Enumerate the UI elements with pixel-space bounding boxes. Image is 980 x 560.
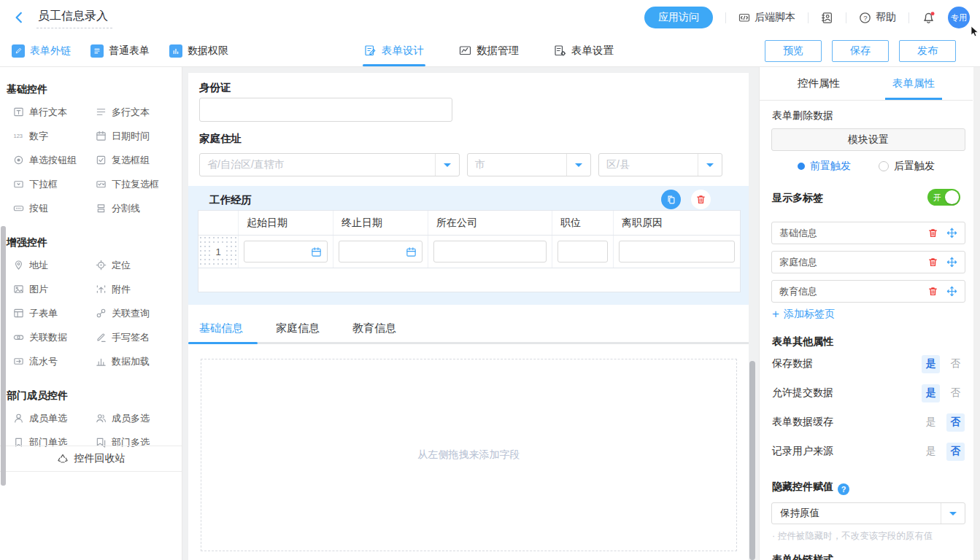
work-experience-subform[interactable]: 工作经历 起始日期 终止日期 — [188, 186, 749, 305]
control-member-single[interactable]: 成员单选 — [13, 406, 96, 430]
backend-script-button[interactable]: 后端脚本 — [738, 11, 795, 24]
control-lookup-query[interactable]: 关联查询 — [96, 301, 178, 325]
yes-button[interactable]: 是 — [922, 443, 940, 461]
back-icon[interactable] — [10, 9, 28, 26]
tab-widget-properties[interactable]: 控件属性 — [790, 67, 847, 100]
app-header: 员工信息录入 应用访问 后端脚本 ? 帮助 — [0, 0, 980, 35]
preview-button[interactable]: 预览 — [765, 40, 822, 62]
delete-widget-button[interactable] — [691, 190, 711, 209]
canvas-scrollbar-thumb[interactable] — [749, 361, 755, 560]
control-image[interactable]: 图片 — [13, 277, 96, 301]
tab-data-management[interactable]: 数据管理 — [458, 35, 520, 66]
control-number[interactable]: 123 数字 — [13, 124, 96, 148]
control-attachment[interactable]: 附件 — [96, 277, 178, 301]
add-tab-button[interactable]: + 添加标签页 — [772, 308, 835, 321]
tab-form-design[interactable]: 表单设计 — [363, 35, 425, 66]
move-icon[interactable] — [946, 286, 957, 298]
window-scrollbar-track[interactable] — [973, 67, 980, 560]
id-card-field-label: 身份证 — [199, 81, 231, 95]
control-radio-group[interactable]: 单选按钮组 — [13, 148, 96, 172]
control-single-line-text[interactable]: 单行文本 — [13, 100, 96, 124]
save-button[interactable]: 保存 — [832, 40, 889, 62]
yes-button[interactable]: 是 — [922, 355, 940, 373]
control-divider[interactable]: 分割线 — [96, 196, 178, 220]
company-input[interactable] — [433, 241, 547, 262]
notifications-bell-icon[interactable] — [922, 11, 935, 25]
control-data-load[interactable]: 数据加载 — [96, 349, 178, 373]
move-icon[interactable] — [946, 257, 957, 268]
start-date-input[interactable] — [244, 241, 328, 262]
no-button[interactable]: 否 — [946, 413, 965, 432]
copy-widget-button[interactable] — [661, 190, 681, 209]
control-subform[interactable]: 子表单 — [13, 301, 96, 325]
multi-tab-toggle[interactable]: 开 — [927, 189, 960, 206]
position-input[interactable] — [557, 241, 608, 262]
normal-form-button[interactable]: 普通表单 — [90, 44, 150, 58]
radio-post-trigger[interactable]: 后置触发 — [879, 160, 935, 173]
end-date-input[interactable] — [339, 241, 423, 262]
control-button[interactable]: 按钮 — [13, 196, 96, 220]
trash-icon[interactable] — [927, 286, 938, 298]
tab-item-education-info[interactable]: 教育信息 — [771, 280, 965, 303]
help-button[interactable]: ? 帮助 — [859, 11, 896, 24]
trash-icon[interactable] — [927, 257, 938, 268]
control-palette-sidebar: 基础控件 单行文本 多行文本 123 数字 日期时间 单选按钮组 — [0, 67, 182, 560]
tab-form-settings[interactable]: 表单设置 — [552, 35, 615, 66]
no-button[interactable]: 否 — [946, 384, 965, 402]
column-header-leave-reason: 离职原因 — [614, 211, 740, 235]
form-settings-icon — [554, 44, 566, 57]
control-multi-line-text[interactable]: 多行文本 — [96, 100, 178, 124]
page-title[interactable]: 员工信息录入 — [36, 7, 112, 28]
avatar[interactable]: 专用 — [948, 7, 970, 28]
control-address[interactable]: 地址 — [13, 253, 96, 277]
drag-drop-zone[interactable]: 从左侧拖拽来添加字段 — [201, 359, 737, 551]
leave-reason-input[interactable] — [619, 241, 735, 262]
svg-text:?: ? — [863, 13, 867, 21]
control-member-multi[interactable]: 成员多选 — [96, 406, 178, 430]
trash-icon[interactable] — [927, 228, 938, 239]
radio-pre-trigger[interactable]: 前置触发 — [798, 160, 851, 173]
window-scrollbar-thumb[interactable] — [1, 226, 6, 486]
control-location[interactable]: 定位 — [96, 253, 178, 277]
group-title-dept-member: 部门成员控件 — [7, 389, 182, 402]
row-drag-handle[interactable]: 1 — [198, 236, 239, 268]
publish-button[interactable]: 发布 — [899, 40, 956, 62]
control-linked-data[interactable]: 关联数据 — [13, 325, 96, 349]
chevron-down-icon — [444, 163, 451, 171]
tab-basic-info[interactable]: 基础信息 — [199, 322, 243, 335]
province-select[interactable]: 省/自治区/直辖市 — [199, 153, 460, 176]
form-card: 身份证 家庭住址 省/自治区/直辖市 市 区/县 工作经历 — [188, 73, 749, 560]
help-circle-icon[interactable]: ? — [838, 483, 849, 495]
tab-item-basic-info[interactable]: 基础信息 — [771, 222, 965, 244]
select-icon — [13, 179, 24, 190]
data-permission-button[interactable]: 数据权限 — [169, 44, 228, 58]
yes-button[interactable]: 是 — [922, 413, 940, 432]
chevron-down-icon — [706, 163, 714, 171]
tab-form-properties[interactable]: 表单属性 — [885, 67, 942, 100]
module-settings-button[interactable]: 模块设置 — [771, 128, 965, 151]
control-datetime[interactable]: 日期时间 — [96, 124, 178, 148]
yes-button[interactable]: 是 — [922, 384, 940, 402]
no-button[interactable]: 否 — [946, 355, 965, 373]
no-button[interactable]: 否 — [946, 443, 965, 461]
control-select[interactable]: 下拉框 — [13, 172, 96, 196]
contacts-icon[interactable] — [821, 12, 833, 24]
move-icon[interactable] — [946, 228, 957, 239]
district-select[interactable]: 区/县 — [598, 153, 722, 176]
control-multi-select[interactable]: 下拉复选框 — [96, 172, 178, 196]
control-recycle-bin[interactable]: 控件回收站 — [0, 446, 182, 472]
chevron-down-icon — [575, 163, 582, 171]
control-serial-number[interactable]: 流水号 — [13, 349, 96, 373]
tab-education-info[interactable]: 教育信息 — [352, 322, 396, 335]
tab-item-family-info[interactable]: 家庭信息 — [771, 251, 965, 273]
hidden-assign-select[interactable]: 保持原值 — [771, 502, 965, 524]
app-access-button[interactable]: 应用访问 — [644, 7, 713, 28]
id-card-input[interactable] — [199, 98, 452, 122]
control-checkbox-group[interactable]: 复选框组 — [96, 148, 178, 172]
city-select[interactable]: 市 — [467, 153, 591, 176]
radio-on-icon — [798, 163, 805, 170]
pencil-icon — [12, 44, 25, 58]
tab-family-info[interactable]: 家庭信息 — [276, 322, 320, 335]
form-external-link-button[interactable]: 表单外链 — [12, 44, 71, 58]
control-signature[interactable]: 手写签名 — [96, 325, 178, 349]
